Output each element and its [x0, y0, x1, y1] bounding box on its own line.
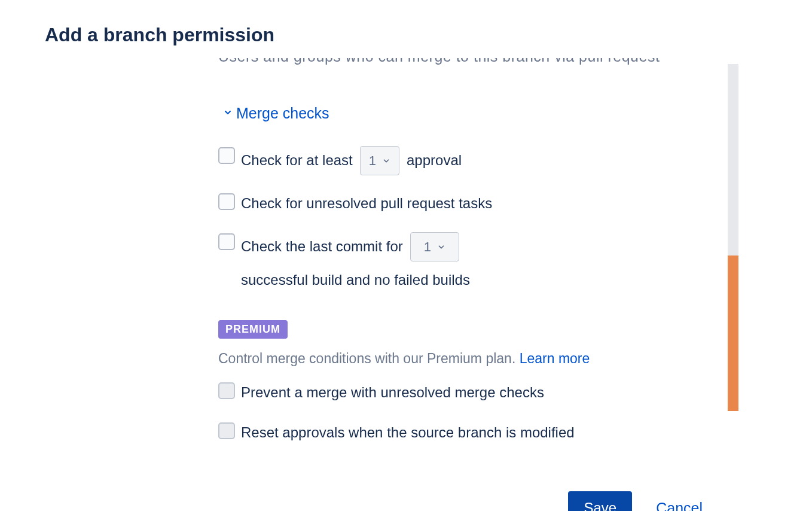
merge-checks-label: Merge checks: [236, 105, 329, 122]
branch-permission-dialog: Add a branch permission Users and groups…: [45, 24, 738, 483]
builds-checkbox[interactable]: [218, 233, 235, 250]
builds-check-row: Check the last commit for 1 successful b…: [218, 232, 715, 292]
scroll-content: Users and groups who can merge to this b…: [218, 64, 715, 444]
chevron-down-icon: [437, 236, 445, 257]
previous-section-text: Users and groups who can merge to this b…: [218, 58, 715, 69]
content-area: Users and groups who can merge to this b…: [218, 64, 738, 483]
builds-count-dropdown[interactable]: 1: [410, 232, 459, 261]
tasks-checkbox[interactable]: [218, 193, 235, 210]
builds-text: Check the last commit for 1 successful b…: [241, 232, 689, 292]
learn-more-link[interactable]: Learn more: [520, 351, 590, 366]
reset-approvals-checkbox[interactable]: [218, 422, 235, 439]
chevron-down-icon: [382, 150, 390, 171]
prevent-merge-text: Prevent a merge with unresolved merge ch…: [241, 381, 544, 404]
reset-approvals-row: Reset approvals when the source branch i…: [218, 421, 715, 444]
premium-description: Control merge conditions with our Premiu…: [218, 351, 715, 367]
premium-badge: PREMIUM: [218, 320, 288, 339]
chevron-down-icon: [223, 108, 233, 120]
scrollbar-thumb[interactable]: [728, 256, 738, 411]
approval-checkbox[interactable]: [218, 147, 235, 164]
merge-checks-toggle[interactable]: Merge checks: [223, 105, 715, 122]
approval-text: Check for at least 1 approval: [241, 146, 462, 175]
dialog-title: Add a branch permission: [45, 24, 738, 46]
reset-approvals-text: Reset approvals when the source branch i…: [241, 421, 575, 444]
prevent-merge-checkbox[interactable]: [218, 382, 235, 399]
approval-check-row: Check for at least 1 approval: [218, 146, 715, 175]
save-button[interactable]: Save: [568, 491, 632, 511]
tasks-check-row: Check for unresolved pull request tasks: [218, 192, 715, 215]
dialog-footer: Save Cancel: [568, 491, 703, 511]
approval-count-dropdown[interactable]: 1: [360, 146, 399, 175]
tasks-text: Check for unresolved pull request tasks: [241, 192, 492, 215]
prevent-merge-row: Prevent a merge with unresolved merge ch…: [218, 381, 715, 404]
cancel-button[interactable]: Cancel: [656, 500, 703, 512]
